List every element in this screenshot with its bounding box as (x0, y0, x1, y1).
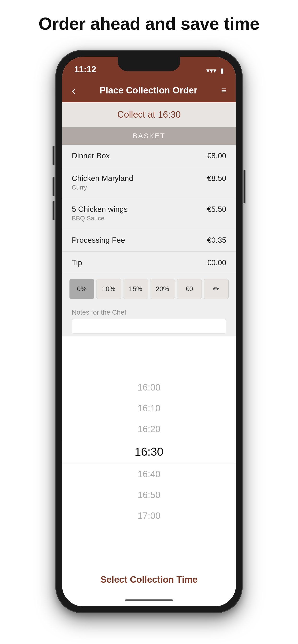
phone-screen: 11:12 ▾▾▾ ▮ ‹ Place Collection Order ≡ C… (62, 57, 236, 606)
status-time: 11:12 (74, 64, 96, 74)
item-info: Chicken Maryland Curry (72, 174, 133, 191)
time-picker[interactable]: 16:00 16:10 16:20 16:30 16:40 16:50 17:0… (62, 336, 236, 567)
notes-section: Notes for the Chef (62, 304, 236, 336)
order-item-chicken-wings: 5 Chicken wings BBQ Sauce €5.50 (62, 198, 236, 229)
time-option-1650[interactable]: 16:50 (62, 485, 236, 506)
status-icons: ▾▾▾ ▮ (206, 66, 224, 74)
tip-custom-amount-button[interactable]: €0 (177, 279, 202, 299)
time-option-1700[interactable]: 17:00 (62, 506, 236, 526)
select-collection-time-button[interactable]: Select Collection Time (72, 574, 226, 585)
tip-15-percent-button[interactable]: 15% (123, 279, 148, 299)
basket-header: BASKET (62, 127, 236, 145)
order-item-dinner-box: Dinner Box €8.00 (62, 145, 236, 167)
phone-wrapper: 11:12 ▾▾▾ ▮ ‹ Place Collection Order ≡ C… (55, 50, 243, 613)
back-button[interactable]: ‹ (72, 84, 76, 97)
item-price: €5.50 (207, 205, 226, 214)
item-price: €8.00 (207, 152, 226, 160)
time-option-1610[interactable]: 16:10 (62, 398, 236, 419)
time-option-1600[interactable]: 16:00 (62, 377, 236, 398)
item-name: Chicken Maryland (72, 174, 133, 183)
item-price: €8.50 (207, 174, 226, 183)
battery-icon: ▮ (220, 66, 224, 74)
item-sub: BBQ Sauce (72, 215, 128, 222)
item-sub: Curry (72, 184, 133, 191)
collect-time: Collect at 16:30 (117, 110, 181, 120)
item-name: 5 Chicken wings (72, 205, 128, 214)
time-option-1620[interactable]: 16:20 (62, 419, 236, 440)
collect-header: Collect at 16:30 (62, 102, 236, 127)
nav-title: Place Collection Order (76, 85, 221, 96)
item-info: Dinner Box (72, 152, 110, 160)
tip-row: Tip €0.00 (62, 252, 236, 274)
item-name: Dinner Box (72, 152, 110, 160)
page-headline: Order ahead and save time (29, 14, 269, 33)
notes-input[interactable] (72, 319, 226, 334)
order-item-processing-fee: Processing Fee €0.35 (62, 229, 236, 252)
tip-amount: €0.00 (207, 258, 226, 267)
notes-label: Notes for the Chef (72, 308, 226, 316)
home-indicator (62, 594, 236, 606)
basket-label: BASKET (133, 132, 165, 140)
nav-bar: ‹ Place Collection Order ≡ (62, 78, 236, 102)
time-option-1630[interactable]: 16:30 (62, 440, 236, 464)
item-info: 5 Chicken wings BBQ Sauce (72, 205, 128, 222)
tip-edit-button[interactable]: ✏ (204, 279, 229, 299)
select-btn-text: Select Collection Time (100, 574, 198, 584)
tip-label: Tip (72, 258, 82, 267)
tip-0-percent-button[interactable]: 0% (69, 279, 94, 299)
order-items: Dinner Box €8.00 Chicken Maryland Curry … (62, 145, 236, 252)
wifi-icon: ▾▾▾ (206, 66, 216, 74)
tip-buttons: 0% 10% 15% 20% €0 ✏ (62, 274, 236, 304)
select-btn-container: Select Collection Time (62, 567, 236, 594)
tip-10-percent-button[interactable]: 10% (96, 279, 121, 299)
time-option-1640[interactable]: 16:40 (62, 464, 236, 485)
item-name: Processing Fee (72, 236, 125, 244)
home-bar (125, 600, 173, 601)
time-picker-inner: 16:00 16:10 16:20 16:30 16:40 16:50 17:0… (62, 377, 236, 526)
tip-20-percent-button[interactable]: 20% (150, 279, 175, 299)
order-item-chicken-maryland: Chicken Maryland Curry €8.50 (62, 167, 236, 198)
notch (118, 57, 180, 71)
item-info: Processing Fee (72, 236, 125, 244)
menu-button[interactable]: ≡ (221, 85, 226, 95)
item-price: €0.35 (207, 236, 226, 244)
